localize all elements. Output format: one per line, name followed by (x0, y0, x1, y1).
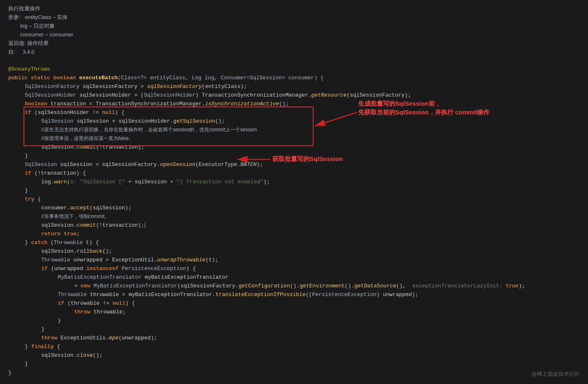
line-close: sqlSession.close(); (0, 351, 588, 360)
line-if2: if (!transaction) { (0, 169, 588, 178)
annotation-box-2: 获取批量写的SqlSession (272, 154, 343, 163)
line-throw1: throw throwable; (0, 308, 588, 316)
line-annotation: @SneakyThrows (0, 65, 588, 73)
line-empty1 (0, 56, 588, 65)
line-brace5: } (0, 360, 588, 368)
code-container: 执行批量操作 形参: entityClass – 实体 log – 日志对象 c… (0, 0, 588, 384)
line-2: 形参: entityClass – 实体 (0, 13, 588, 21)
line-5: 返回值: 操作结果 (0, 39, 588, 47)
line-rollback: sqlSession.rollback(); (0, 247, 588, 256)
line-catch: } catch (Throwable t) { (0, 238, 588, 247)
line-translate: Throwable throwable = myBatisExceptionTr… (0, 290, 588, 299)
line-if1: if (sqlSessionHolder != null) { (0, 108, 588, 117)
line-brace6: } (0, 368, 588, 377)
line-3: log – 日志对象 (0, 21, 588, 30)
line-accept: consumer.accept(sqlSession); (0, 204, 588, 212)
line-bool: boolean transaction = TransactionSynchro… (0, 100, 588, 108)
line-4: consumer – consumer (0, 30, 588, 39)
watermark: @稀土掘金技术社区 (531, 370, 580, 378)
line-throw2: throw ExceptionUtils.mpe(unwrapped); (0, 334, 588, 342)
line-comment2: //按道理来说，这里的值应该一直为false。 (0, 134, 588, 143)
line-ssh: SqlSessionHolder sqlSessionHolder = (Sql… (0, 91, 588, 100)
line-brace4: } (0, 325, 588, 334)
line-method-sig: public static boolean executeBatch(Class… (0, 73, 588, 82)
line-try: try { (0, 195, 588, 204)
annotation-box-1: 生成批量写的SqlSession前， 先获取当前的SqlSession，并执行 … (358, 99, 489, 116)
line-commit1: sqlSession.commit(!transaction); (0, 143, 588, 152)
line-unwrap: Throwable unwrapped = ExceptionUtil.unwr… (0, 256, 588, 264)
line-finally: } finally { (0, 342, 588, 351)
line-1: 执行批量操作 (0, 4, 588, 13)
line-mbet2: = new MyBatisExceptionTranslator(sqlSess… (0, 282, 588, 290)
line-comment1: //原生无法支持执行器切换，当存在批量操作时，会嵌套两个session的，优先c… (0, 126, 588, 134)
line-instanceof: if (unwrapped instanceof PersistenceExce… (0, 264, 588, 273)
line-getsql: SqlSession sqlSession = sqlSessionHolder… (0, 117, 588, 126)
line-comment3: //非事务情况下，强制commit。 (0, 212, 588, 221)
line-commit2: sqlSession.commit(!transaction); (0, 221, 588, 230)
line-6: 自: 3.4.0 (0, 47, 588, 56)
line-brace2: } (0, 186, 588, 195)
line-mbet1: MyBatisExceptionTranslator myBatisExcept… (0, 273, 588, 282)
line-return: return true; (0, 230, 588, 238)
line-brace3: } (0, 316, 588, 325)
line-if3: if (throwable != null) { (0, 299, 588, 308)
line-ssf: SqlSessionFactory sqlSessionFactory = sq… (0, 82, 588, 91)
line-logwarn: log.warn(s: "SqlSession [" + sqlSession … (0, 178, 588, 186)
